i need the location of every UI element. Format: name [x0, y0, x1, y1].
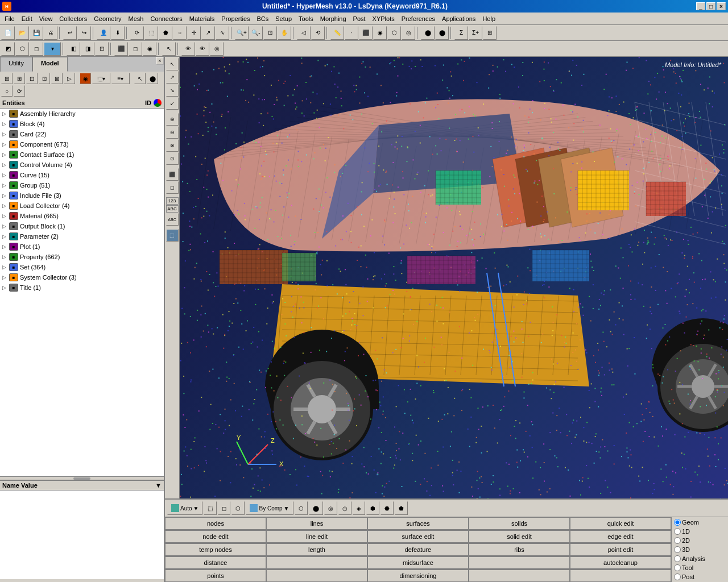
- menu-morphing[interactable]: Morphing: [317, 14, 350, 23]
- menu-materials[interactable]: Materials: [186, 14, 218, 23]
- tool-10[interactable]: ⬣: [380, 501, 394, 515]
- radio-tool[interactable]: Tool: [674, 564, 726, 571]
- tb-arrow-left[interactable]: ◁: [297, 26, 311, 40]
- tb-select-box[interactable]: ⬚: [144, 26, 158, 40]
- ep-stack[interactable]: ⬚▾: [92, 73, 110, 84]
- entity-control-volume[interactable]: ▷ ■ Control Volume (4): [0, 160, 164, 170]
- entity-include-file[interactable]: ▷ ■ Include File (3): [0, 190, 164, 201]
- menu-collectors[interactable]: Collectors: [56, 14, 90, 23]
- btn-solids[interactable]: solids: [469, 517, 570, 530]
- menu-applications[interactable]: Applications: [439, 14, 479, 23]
- tb-select-lasso[interactable]: ∿: [216, 26, 229, 40]
- menu-preferences[interactable]: Preferences: [398, 14, 439, 23]
- tool-7[interactable]: ◷: [338, 501, 351, 515]
- tb2-unmask[interactable]: ◻: [129, 42, 142, 56]
- lv-btn3[interactable]: ↘: [166, 84, 179, 97]
- tb2-feature[interactable]: ◻: [30, 42, 43, 56]
- lv-btn5[interactable]: ⊕: [166, 113, 179, 126]
- lv-btn6[interactable]: ⊖: [166, 126, 179, 139]
- tb-print[interactable]: 🖨: [44, 26, 57, 40]
- tb-iso1[interactable]: ⬤: [421, 26, 435, 40]
- lv-btn10[interactable]: ◻: [166, 181, 179, 194]
- radio-input-1d[interactable]: [674, 528, 681, 535]
- tb-measure[interactable]: 📏: [330, 26, 344, 40]
- tab-model[interactable]: Model: [32, 57, 68, 72]
- menu-file[interactable]: File: [1, 14, 18, 23]
- window-controls[interactable]: _ □ ×: [696, 2, 726, 10]
- tb-refresh[interactable]: ⟲: [311, 26, 325, 40]
- btn-length[interactable]: length: [266, 543, 367, 556]
- tb2-isolate[interactable]: ◉: [143, 42, 156, 56]
- entity-block[interactable]: ▷ ■ Block (4): [0, 119, 164, 129]
- entity-assembly-hierarchy[interactable]: ▷ ■ Assembly Hierarchy: [0, 109, 164, 119]
- tb-save[interactable]: 💾: [30, 26, 43, 40]
- radio-input-analysis[interactable]: [674, 555, 681, 562]
- 3d-viewport-canvas[interactable]: [180, 57, 728, 498]
- tool-2[interactable]: ◻: [218, 501, 230, 515]
- lv-btn9[interactable]: ⬛: [166, 168, 179, 181]
- tb-sphere[interactable]: ◉: [373, 26, 387, 40]
- lv-btn1[interactable]: ↖: [166, 58, 179, 70]
- btn-distance[interactable]: distance: [165, 556, 266, 569]
- tool-9[interactable]: ⬢: [366, 501, 379, 515]
- entity-component[interactable]: ▷ ■ Component (673): [0, 139, 164, 149]
- tb2-mesh-shading[interactable]: ◩: [1, 42, 15, 56]
- tb-torus[interactable]: ◎: [402, 26, 415, 40]
- tb-box3d[interactable]: ⬛: [359, 26, 373, 40]
- close-button[interactable]: ×: [717, 2, 726, 10]
- ep-icon6[interactable]: ▷: [64, 73, 75, 84]
- tb-select-circle[interactable]: ○: [173, 26, 187, 40]
- lv-btn8[interactable]: ⊙: [166, 152, 179, 165]
- menu-connectors[interactable]: Connectors: [147, 14, 185, 23]
- btn-surface-edit[interactable]: surface edit: [367, 530, 469, 543]
- btn-points[interactable]: points: [165, 569, 266, 582]
- tb-open[interactable]: 📂: [15, 26, 29, 40]
- radio-input-3d[interactable]: [674, 546, 681, 553]
- entity-plot[interactable]: ▷ ■ Plot (1): [0, 242, 164, 252]
- tb-calc[interactable]: ⊞: [483, 26, 497, 40]
- tb2-wireframe[interactable]: ⬡: [15, 42, 29, 56]
- lv-btn4[interactable]: ↙: [166, 97, 179, 110]
- auto-mode-btn[interactable]: Auto ▼: [167, 501, 202, 515]
- menu-bcs[interactable]: BCs: [254, 14, 272, 23]
- btn-defeature[interactable]: defeature: [367, 543, 469, 556]
- tool-3[interactable]: ⬡: [231, 501, 245, 515]
- ep-mask[interactable]: ⬤: [147, 73, 158, 84]
- radio-input-2d[interactable]: [674, 537, 681, 544]
- btn-point-edit[interactable]: point edit: [570, 543, 671, 556]
- menu-view[interactable]: View: [36, 14, 56, 23]
- tb-cylinder[interactable]: ⬡: [387, 26, 401, 40]
- radio-input-tool[interactable]: [674, 564, 681, 571]
- menu-geometry[interactable]: Geometry: [90, 14, 125, 23]
- tb-rotate[interactable]: ⟳: [130, 26, 144, 40]
- tb2-show[interactable]: ◨: [81, 42, 94, 56]
- tb-node[interactable]: ·: [345, 26, 358, 40]
- tool-6[interactable]: ◎: [324, 501, 337, 515]
- entity-title[interactable]: ▷ ■ Title (1): [0, 282, 164, 293]
- tool-8[interactable]: ◈: [353, 501, 365, 515]
- entity-card[interactable]: ▷ ■ Card (22): [0, 129, 164, 139]
- tb2-eye1[interactable]: 👁: [181, 42, 195, 56]
- entity-load-collector[interactable]: ▷ ■ Load Collector (4): [0, 201, 164, 211]
- btn-solid-edit[interactable]: solid edit: [469, 530, 570, 543]
- ep-icon3[interactable]: ⊡: [26, 73, 38, 84]
- entity-group[interactable]: ▷ ■ Group (51): [0, 180, 164, 190]
- tb-iso2[interactable]: ⬤: [435, 26, 449, 40]
- ep-icon2[interactable]: ⊞: [14, 73, 25, 84]
- entity-property[interactable]: ▷ ■ Property (662): [0, 252, 164, 262]
- tb2-show-all[interactable]: ⊡: [95, 42, 109, 56]
- lv-btn11[interactable]: ABC: [166, 213, 179, 226]
- lv-capture[interactable]: ⬚: [166, 229, 179, 242]
- ep-color[interactable]: ◉: [80, 73, 91, 84]
- viewport[interactable]: Model Info: Untitled*: [180, 57, 728, 498]
- tb-redo[interactable]: ↪: [77, 26, 91, 40]
- btn-autocleanup[interactable]: autocleanup: [570, 556, 671, 569]
- btn-surfaces[interactable]: surfaces: [367, 517, 469, 530]
- btn-ribs[interactable]: ribs: [469, 543, 570, 556]
- ep-layers[interactable]: ≡▾: [111, 73, 130, 84]
- lv-btn2[interactable]: ↗: [166, 71, 179, 84]
- menu-edit[interactable]: Edit: [18, 14, 36, 23]
- menu-xyplots[interactable]: XYPlots: [369, 14, 398, 23]
- tb-import[interactable]: ⬇: [111, 26, 125, 40]
- tb-zoom-fit[interactable]: ⊡: [263, 26, 277, 40]
